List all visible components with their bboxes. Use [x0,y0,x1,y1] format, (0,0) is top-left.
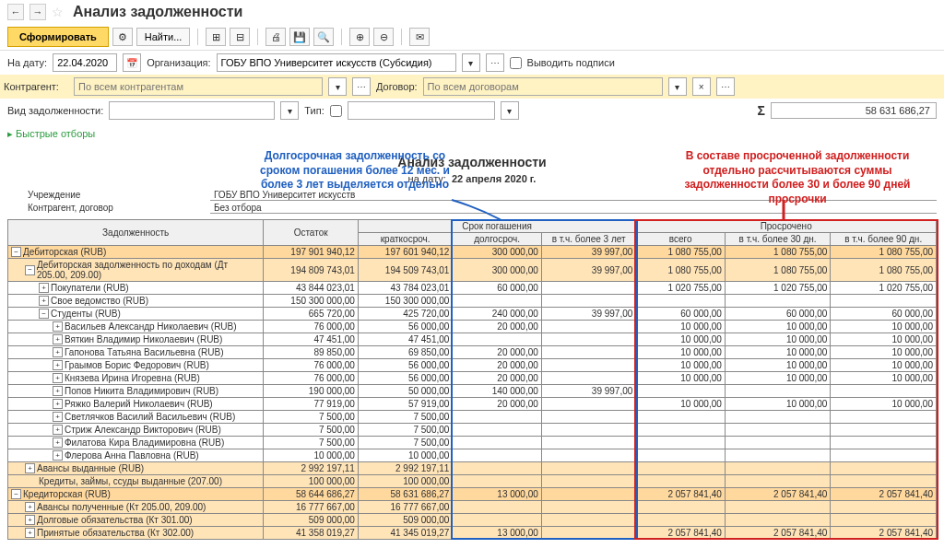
col-total: всего [636,233,725,246]
contract-input[interactable] [423,77,663,96]
table-row[interactable]: +Флерова Анна Павловна (RUB)10 000,0010 … [8,449,937,462]
table-row[interactable]: +Васильев Александр Николаевич (RUB)76 0… [8,321,937,333]
tree-toggle[interactable]: + [53,347,63,357]
table-row[interactable]: Кредиты, займы, ссуды выданные (207.00)1… [8,475,937,488]
tree-toggle[interactable]: + [53,438,63,448]
report-date: 22 апреля 2020 г. [452,173,536,184]
quick-filter-toggle[interactable]: Быстрые отборы [0,122,944,146]
tree-toggle[interactable]: + [25,463,35,473]
debt-type-input[interactable] [109,101,275,120]
contr-label: Контрагент, договор [7,203,210,214]
org-label: Организация: [147,57,210,68]
save-icon[interactable]: 💾 [289,28,310,46]
tree-toggle[interactable]: + [53,360,63,370]
tree-toggle[interactable]: + [53,373,63,383]
table-row[interactable]: +Авансы выданные (RUB)2 992 197,112 992 … [8,462,937,475]
table-row[interactable]: +Вяткин Владимир Николаевич (RUB)47 451,… [8,333,937,346]
col-short: краткосроч. [358,233,453,246]
generate-button[interactable]: Сформировать [7,27,109,47]
table-row[interactable]: −Кредиторская (RUB)58 644 686,2758 631 6… [8,488,937,501]
tree-toggle[interactable]: − [11,489,21,499]
contractor-label: Контрагент: [4,81,68,92]
sigma-icon: Σ [758,103,765,118]
table-row[interactable]: +Светлячков Василий Васильевич (RUB)7 50… [8,411,937,424]
favorite-icon[interactable]: ☆ [52,5,64,19]
contractor-input[interactable] [74,77,323,96]
tree-toggle[interactable]: + [39,283,49,293]
table-row[interactable]: +Свое ведомство (RUB)150 300 000,00150 3… [8,295,937,308]
org-open-icon[interactable]: ⋯ [486,53,504,72]
table-row[interactable]: +Принятые обязательства (Кт 302.00)41 35… [8,527,937,540]
table-row[interactable]: −Дебиторская задолженность по доходам (Д… [8,259,937,282]
collapse-all-icon[interactable]: ⊖ [373,28,394,46]
col-long: долгосроч. [453,233,541,246]
debt-type-label: Вид задолженности: [7,105,103,116]
org-input[interactable] [217,53,456,72]
row-name: Васильев Александр Николаевич (RUB) [65,321,237,332]
debt-type-dropdown-icon[interactable]: ▾ [280,101,299,120]
annotation-red: В составе просроченной задолженности отд… [664,149,931,206]
contractor-open-icon[interactable]: ⋯ [352,77,371,96]
email-icon[interactable]: ✉ [409,28,430,46]
show-signers-label: Выводить подписи [527,57,615,68]
type-dropdown-icon[interactable]: ▾ [501,101,519,120]
show-signers-checkbox[interactable] [510,57,522,69]
tree-toggle[interactable]: + [53,399,63,409]
col-maturity: Срок погашения [358,220,635,233]
tree-expand-icon[interactable]: ⊞ [206,28,226,46]
find-button[interactable]: Найти... [136,28,191,46]
tree-toggle[interactable]: + [53,321,63,332]
tree-toggle[interactable]: + [25,515,35,525]
row-name: Вяткин Владимир Николаевич (RUB) [65,334,222,344]
tree-toggle[interactable]: − [11,247,21,257]
preview-icon[interactable]: 🔍 [313,28,334,46]
table-row[interactable]: +Граымов Борис Федорович (RUB)76 000,005… [8,359,937,372]
table-row[interactable]: −Студенты (RUB)665 720,00425 720,00240 0… [8,308,937,321]
row-name: Кредиторская (RUB) [23,489,111,499]
row-name: Авансы выданные (RUB) [37,463,144,473]
tree-toggle[interactable]: + [53,425,63,435]
table-row[interactable]: +Ряжко Валерий Николаевич (RUB)77 919,00… [8,398,937,411]
tree-toggle[interactable]: + [53,450,63,461]
calendar-icon[interactable]: 📅 [123,53,141,72]
row-name: Авансы полученные (Кт 205.00, 209.00) [37,502,206,512]
org-dropdown-icon[interactable]: ▾ [462,53,480,72]
tree-toggle[interactable]: + [53,412,63,422]
contract-clear-icon[interactable]: × [692,77,711,96]
row-name: Студенты (RUB) [51,309,121,319]
table-row[interactable]: −Дебиторская (RUB)197 901 940,12197 601 … [8,246,937,259]
table-row[interactable]: +Князева Ирина Игоревна (RUB)76 000,0056… [8,372,937,385]
table-row[interactable]: +Долговые обязательства (Кт 301.00)509 0… [8,514,937,527]
table-row[interactable]: +Авансы полученные (Кт 205.00, 209.00)16… [8,501,937,514]
settings-icon[interactable]: ⚙ [112,28,133,46]
tree-toggle[interactable]: − [25,265,35,275]
table-row[interactable]: +Гапонова Татьяна Васильевна (RUB)89 850… [8,346,937,359]
print-icon[interactable]: 🖨 [266,28,286,46]
row-name: Светлячков Василий Васильевич (RUB) [65,412,235,422]
table-row[interactable]: +Покупатели (RUB)43 844 023,0143 784 023… [8,282,937,295]
tree-toggle[interactable]: + [39,296,49,306]
contract-dropdown-icon[interactable]: ▾ [668,77,687,96]
tree-toggle[interactable]: + [25,502,35,512]
row-name: Ряжко Валерий Николаевич (RUB) [65,399,213,409]
col-overdue: Просрочено [636,220,937,233]
table-row[interactable]: +Филатова Кира Владимировна (RUB)7 500,0… [8,437,937,449]
table-row[interactable]: +Попов Никита Владимирович (RUB)190 000,… [8,385,937,398]
tree-toggle[interactable]: + [53,386,63,396]
tree-toggle[interactable]: + [53,334,63,344]
tree-toggle[interactable]: − [39,309,49,319]
col-over30: в т.ч. более 30 дн. [725,233,831,246]
expand-all-icon[interactable]: ⊕ [349,28,370,46]
nav-forward-button[interactable]: → [30,4,46,20]
nav-back-button[interactable]: ← [7,4,24,20]
date-input[interactable] [53,53,117,72]
contractor-dropdown-icon[interactable]: ▾ [328,77,347,96]
type-checkbox[interactable] [330,105,342,117]
contract-open-icon[interactable]: ⋯ [716,77,735,96]
row-name: Свое ведомство (RUB) [51,296,148,306]
type-input[interactable] [348,101,495,120]
row-name: Филатова Кира Владимировна (RUB) [65,438,224,448]
table-row[interactable]: +Стриж Александр Викторович (RUB)7 500,0… [8,424,937,437]
tree-collapse-icon[interactable]: ⊟ [230,28,250,46]
tree-toggle[interactable]: + [25,528,35,538]
